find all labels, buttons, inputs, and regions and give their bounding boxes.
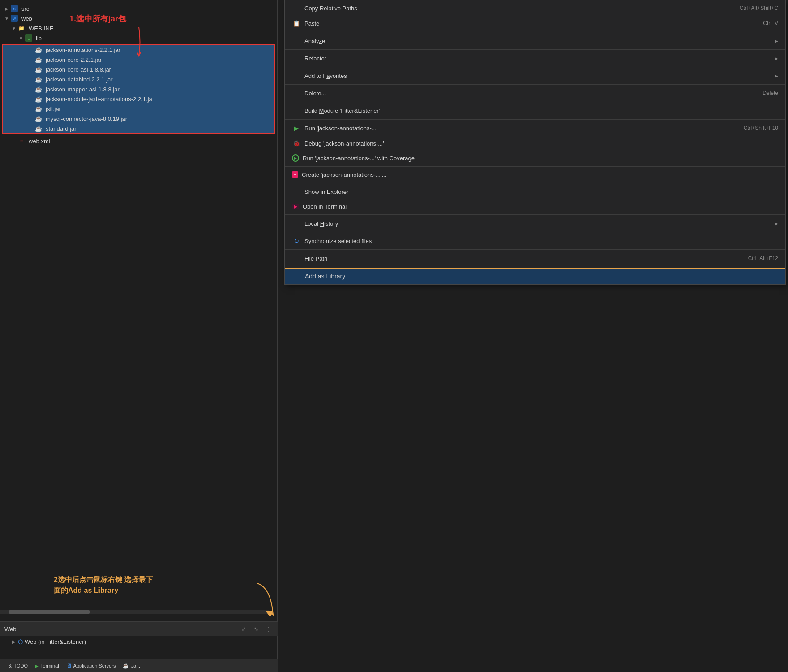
add-library-label: Add as Library... bbox=[305, 273, 778, 280]
scrollbar-thumb[interactable] bbox=[9, 610, 90, 614]
annotation-bold: Add as Library bbox=[68, 586, 118, 594]
jar-label-1: jackson-core-2.2.1.jar bbox=[46, 56, 102, 63]
create-label: Create 'jackson-annotations-...'... bbox=[302, 171, 778, 178]
jar-label-7: mysql-connector-java-8.0.19.jar bbox=[46, 116, 127, 122]
web-label: web bbox=[21, 15, 32, 22]
menu-item-add-to-favorites[interactable]: Add to Favorites ▶ bbox=[285, 68, 785, 83]
separator-4 bbox=[285, 84, 785, 85]
annotation-arrow-2 bbox=[244, 579, 280, 633]
menu-item-add-as-library[interactable]: Add as Library... bbox=[285, 268, 785, 284]
menu-item-create[interactable]: + Create 'jackson-annotations-...'... bbox=[285, 167, 785, 182]
show-explorer-label: Show in Explorer bbox=[304, 188, 778, 195]
separator-6 bbox=[285, 119, 785, 120]
create-icon: + bbox=[292, 171, 298, 178]
java-jar-icon-3: ☕ bbox=[35, 76, 42, 83]
annotation-1: 1.选中所有jar包 bbox=[69, 13, 126, 24]
synchronize-label: Synchronize selected files bbox=[304, 238, 778, 244]
annotation-2-line2: 面的Add as Library bbox=[54, 585, 153, 596]
chevron-src: ▶ bbox=[4, 5, 10, 12]
jar-item-4[interactable]: ☕ jackson-mapper-asl-1.8.8.jar bbox=[3, 84, 274, 94]
menu-item-analyze[interactable]: Analyze ▶ bbox=[285, 33, 785, 48]
menu-item-copy-relative-paths[interactable]: Copy Relative Paths Ctrl+Alt+Shift+C bbox=[285, 0, 785, 16]
delete-label: Delete... bbox=[304, 90, 754, 97]
status-java[interactable]: ☕ Ja... bbox=[123, 663, 140, 669]
java-jar-icon-2: ☕ bbox=[35, 66, 42, 73]
delete-icon bbox=[292, 89, 301, 98]
analyze-icon bbox=[292, 36, 301, 45]
open-terminal-icon: ▶ bbox=[292, 204, 299, 209]
tree-item-webxml[interactable]: ≡ web.xml bbox=[0, 136, 277, 146]
status-terminal[interactable]: ▶ Terminal bbox=[35, 663, 59, 668]
status-todo[interactable]: ≡ 6: TODO bbox=[4, 663, 28, 668]
annotation-1-text: 1.选中所有jar包 bbox=[69, 14, 126, 23]
open-terminal-label: Open in Terminal bbox=[303, 203, 778, 210]
copy-relative-shortcut: Ctrl+Alt+Shift+C bbox=[740, 5, 778, 11]
java-jar-icon-5: ☕ bbox=[35, 95, 42, 103]
paste-icon: 📋 bbox=[292, 19, 301, 28]
jar-item-8[interactable]: ☕ standard.jar bbox=[3, 124, 274, 133]
separator-8 bbox=[285, 183, 785, 183]
java-jar-icon-6: ☕ bbox=[35, 105, 42, 112]
menu-item-refactor[interactable]: Refactor ▶ bbox=[285, 51, 785, 66]
separator-3 bbox=[285, 67, 785, 67]
separator-11 bbox=[285, 249, 785, 250]
refactor-arrow: ▶ bbox=[775, 56, 778, 61]
java-jar-icon-0: ☕ bbox=[35, 46, 42, 53]
explorer-icon bbox=[292, 187, 301, 196]
separator-7 bbox=[285, 166, 785, 167]
jar-label-2: jackson-core-asl-1.8.8.jar bbox=[46, 66, 111, 73]
favorites-icon bbox=[292, 71, 301, 80]
jar-item-2[interactable]: ☕ jackson-core-asl-1.8.8.jar bbox=[3, 64, 274, 74]
menu-item-synchronize[interactable]: ↻ Synchronize selected files bbox=[285, 233, 785, 248]
menu-item-show-explorer[interactable]: Show in Explorer bbox=[285, 184, 785, 199]
chevron-lib: ▼ bbox=[18, 35, 24, 41]
panel-title: Web bbox=[4, 626, 17, 633]
src-icon: s bbox=[11, 5, 18, 12]
menu-item-run-coverage[interactable]: ▶ Run 'jackson-annotations-...' with Cov… bbox=[285, 151, 785, 165]
analyze-label: Analyze bbox=[304, 38, 771, 44]
menu-item-paste[interactable]: 📋 Paste Ctrl+V bbox=[285, 16, 785, 31]
menu-item-debug[interactable]: 🐞 Debug 'jackson-annotations-...' bbox=[285, 136, 785, 151]
web-in-listener-item[interactable]: ▶ ⬡ Web (in Fitter&Listener) bbox=[7, 637, 274, 647]
arrow-1-container bbox=[130, 25, 148, 62]
local-history-label: Local History bbox=[304, 220, 771, 227]
todo-label: 6: TODO bbox=[8, 663, 28, 668]
local-history-icon bbox=[292, 219, 301, 228]
menu-item-file-path[interactable]: File Path Ctrl+Alt+F12 bbox=[285, 251, 785, 266]
annotation-arrow-1 bbox=[130, 25, 148, 60]
copy-relative-icon bbox=[292, 4, 301, 13]
jar-label-6: jstl.jar bbox=[46, 106, 61, 112]
chevron-web: ▼ bbox=[4, 15, 10, 21]
jar-label-4: jackson-mapper-asl-1.8.8.jar bbox=[46, 86, 120, 93]
menu-item-build-module[interactable]: Build Module 'Fitter&Listener' bbox=[285, 103, 785, 118]
jar-item-3[interactable]: ☕ jackson-databind-2.2.1.jar bbox=[3, 74, 274, 84]
tree-item-web[interactable]: ▼ w web bbox=[0, 13, 277, 23]
jar-label-3: jackson-databind-2.2.1.jar bbox=[46, 76, 113, 83]
menu-item-run[interactable]: ▶ Run 'jackson-annotations-...' Ctrl+Shi… bbox=[285, 120, 785, 136]
web-icon: w bbox=[11, 15, 18, 22]
java-jar-icon-1: ☕ bbox=[35, 56, 42, 63]
coverage-icon: ▶ bbox=[292, 154, 299, 162]
coverage-label: Run 'jackson-annotations-...' with Cover… bbox=[303, 155, 778, 162]
jar-item-7[interactable]: ☕ mysql-connector-java-8.0.19.jar bbox=[3, 114, 274, 124]
menu-item-delete[interactable]: Delete... Delete bbox=[285, 86, 785, 101]
menu-item-open-terminal[interactable]: ▶ Open in Terminal bbox=[285, 199, 785, 214]
copy-relative-label: Copy Relative Paths bbox=[304, 5, 731, 12]
sync-icon: ↻ bbox=[292, 236, 301, 245]
separator-10 bbox=[285, 232, 785, 232]
app-servers-label: Application Servers bbox=[73, 663, 116, 668]
paste-shortcut: Ctrl+V bbox=[763, 20, 778, 26]
scrollbar-track[interactable] bbox=[0, 610, 269, 614]
context-menu: Copy Relative Paths Ctrl+Alt+Shift+C 📋 P… bbox=[284, 0, 786, 285]
java-status-icon: ☕ bbox=[123, 663, 129, 669]
separator-2 bbox=[285, 49, 785, 50]
jar-item-6[interactable]: ☕ jstl.jar bbox=[3, 104, 274, 114]
menu-item-local-history[interactable]: Local History ▶ bbox=[285, 216, 785, 231]
status-app-servers[interactable]: 🖥 Application Servers bbox=[66, 663, 116, 669]
tree-item-src[interactable]: ▶ s src bbox=[0, 4, 277, 13]
terminal-status-icon: ▶ bbox=[35, 663, 39, 668]
java-label: Ja... bbox=[131, 663, 140, 668]
debug-icon: 🐞 bbox=[292, 139, 301, 148]
jar-item-5[interactable]: ☕ jackson-module-jaxb-annotations-2.2.1.… bbox=[3, 94, 274, 104]
build-icon bbox=[292, 106, 301, 115]
